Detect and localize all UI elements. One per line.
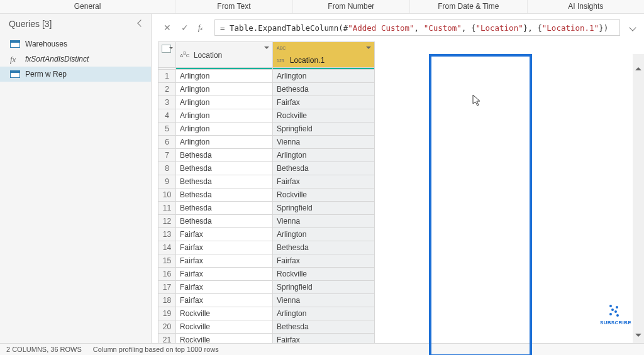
expand-formula-icon[interactable] [629, 23, 638, 32]
table-row[interactable]: 14FairfaxBethesda [158, 241, 375, 254]
row-number[interactable]: 17 [158, 281, 176, 294]
table-row[interactable]: 17FairfaxSpringfield [158, 281, 375, 294]
commit-formula-icon[interactable]: ✓ [178, 21, 192, 35]
cell[interactable]: Arlington [273, 307, 375, 320]
row-number[interactable]: 18 [158, 294, 176, 307]
ribbon-tab-general[interactable]: General [0, 0, 175, 13]
row-number[interactable]: 16 [158, 268, 176, 281]
cell[interactable]: Bethesda [176, 202, 273, 215]
row-number[interactable]: 19 [158, 307, 176, 320]
cell[interactable]: Arlington [176, 96, 273, 109]
ribbon-tab-ai-insights[interactable]: AI Insights [527, 0, 644, 13]
row-number[interactable]: 13 [158, 228, 176, 241]
table-row[interactable]: 11BethesdaSpringfield [158, 202, 375, 215]
cell[interactable]: Arlington [273, 228, 375, 241]
cell[interactable]: Springfield [273, 281, 375, 294]
table-row[interactable]: 20RockvilleBethesda [158, 320, 375, 334]
row-number[interactable]: 11 [158, 202, 176, 215]
cell[interactable]: Bethesda [176, 188, 273, 202]
cell[interactable]: Fairfax [273, 254, 375, 268]
row-number[interactable]: 15 [158, 254, 176, 268]
cell[interactable]: Rockville [176, 320, 273, 334]
cell[interactable]: Fairfax [176, 268, 273, 281]
table-row[interactable]: 18FairfaxVienna [158, 294, 375, 307]
row-number[interactable]: 6 [158, 136, 176, 149]
table-row[interactable]: 1ArlingtonArlington [158, 70, 375, 83]
table-row[interactable]: 19RockvilleArlington [158, 307, 375, 320]
column-header-location-1[interactable]: ABC123 Location.1 [273, 42, 375, 68]
row-number[interactable]: 3 [158, 96, 176, 109]
cell[interactable]: Arlington [176, 70, 273, 83]
table-row[interactable]: 16FairfaxRockville [158, 268, 375, 281]
cell[interactable]: Rockville [176, 334, 273, 344]
cell[interactable]: Fairfax [273, 334, 375, 344]
cell[interactable]: Bethesda [176, 175, 273, 188]
table-row[interactable]: 6ArlingtonVienna [158, 136, 375, 149]
cell[interactable]: Fairfax [176, 241, 273, 254]
table-row[interactable]: 4ArlingtonRockville [158, 109, 375, 123]
cell[interactable]: Fairfax [176, 254, 273, 268]
row-number[interactable]: 7 [158, 149, 176, 162]
cell[interactable]: Rockville [273, 109, 375, 123]
collapse-pane-icon[interactable] [136, 19, 145, 28]
row-number[interactable]: 21 [158, 334, 176, 344]
table-row[interactable]: 7BethesdaArlington [158, 149, 375, 162]
cell[interactable]: Vienna [273, 215, 375, 228]
cell[interactable]: Springfield [273, 202, 375, 215]
table-row[interactable]: 9BethesdaFairfax [158, 175, 375, 188]
table-row[interactable]: 15FairfaxFairfax [158, 254, 375, 268]
table-row[interactable]: 13FairfaxArlington [158, 228, 375, 241]
cell[interactable]: Arlington [176, 83, 273, 96]
cell[interactable]: Arlington [273, 70, 375, 83]
cell[interactable]: Fairfax [176, 228, 273, 241]
vertical-scrollbar[interactable] [633, 54, 644, 343]
table-row[interactable]: 3ArlingtonFairfax [158, 96, 375, 109]
query-item[interactable]: Perm w Rep [0, 67, 151, 82]
cell[interactable]: Bethesda [273, 320, 375, 334]
cell[interactable]: Arlington [273, 149, 375, 162]
table-row[interactable]: 2ArlingtonBethesda [158, 83, 375, 96]
table-row[interactable]: 21RockvilleFairfax [158, 334, 375, 344]
row-number[interactable]: 12 [158, 215, 176, 228]
row-number[interactable]: 4 [158, 109, 176, 123]
cell[interactable]: Arlington [176, 109, 273, 123]
scroll-down-icon[interactable] [633, 330, 644, 341]
cell[interactable]: Bethesda [273, 162, 375, 175]
cell[interactable]: Rockville [273, 188, 375, 202]
row-number[interactable]: 9 [158, 175, 176, 188]
cell[interactable]: Bethesda [176, 215, 273, 228]
row-number[interactable]: 1 [158, 70, 176, 83]
table-row[interactable]: 10BethesdaRockville [158, 188, 375, 202]
subscribe-badge[interactable]: SUBSCRIBE [600, 303, 629, 325]
cell[interactable]: Fairfax [176, 294, 273, 307]
row-number[interactable]: 10 [158, 188, 176, 202]
query-item[interactable]: Warehouses [0, 36, 151, 52]
formula-input[interactable]: = Table.ExpandTableColumn(#"Added Custom… [214, 19, 620, 36]
column-header-location[interactable]: ABC Location [176, 42, 273, 68]
row-number[interactable]: 5 [158, 123, 176, 136]
cell[interactable]: Arlington [176, 123, 273, 136]
ribbon-tab-from-number[interactable]: From Number [292, 0, 409, 13]
cell[interactable]: Rockville [176, 307, 273, 320]
table-row[interactable]: 5ArlingtonSpringfield [158, 123, 375, 136]
grid-corner-menu[interactable] [158, 42, 176, 68]
ribbon-tab-from-datetime[interactable]: From Date & Time [409, 0, 526, 13]
table-row[interactable]: 8BethesdaBethesda [158, 162, 375, 175]
scroll-up-icon[interactable] [633, 63, 644, 74]
cell[interactable]: Arlington [176, 136, 273, 149]
row-number[interactable]: 8 [158, 162, 176, 175]
cell[interactable]: Springfield [273, 123, 375, 136]
cell[interactable]: Bethesda [176, 149, 273, 162]
table-row[interactable]: 12BethesdaVienna [158, 215, 375, 228]
cell[interactable]: Bethesda [176, 162, 273, 175]
row-number[interactable]: 2 [158, 83, 176, 96]
cell[interactable]: Vienna [273, 294, 375, 307]
query-item[interactable]: fxfxSortAndIsDistinct [0, 52, 151, 67]
cell[interactable]: Vienna [273, 136, 375, 149]
cell[interactable]: Bethesda [273, 241, 375, 254]
cell[interactable]: Fairfax [273, 175, 375, 188]
row-number[interactable]: 20 [158, 320, 176, 334]
row-number[interactable]: 14 [158, 241, 176, 254]
cell[interactable]: Fairfax [273, 96, 375, 109]
cell[interactable]: Rockville [273, 268, 375, 281]
